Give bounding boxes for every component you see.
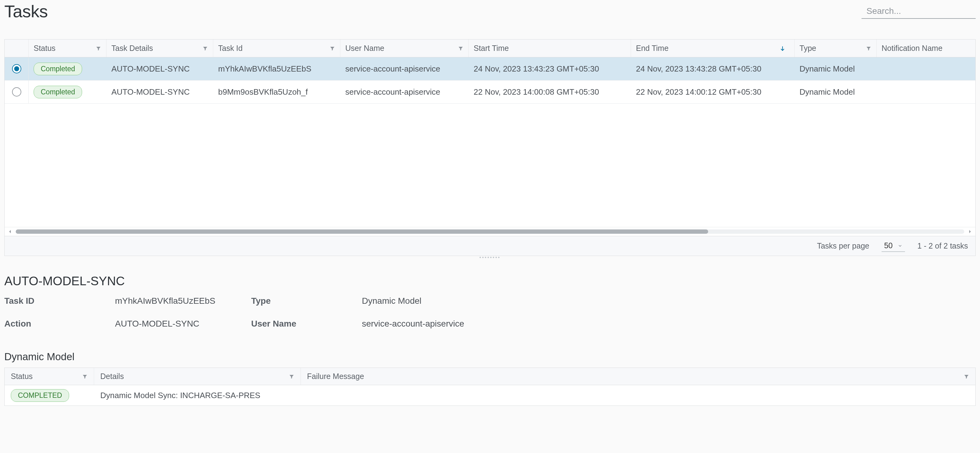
- column-label: Start Time: [474, 44, 626, 53]
- datagrid-footer: Tasks per page 50 1 - 2 of 2 tasks: [5, 236, 975, 256]
- cell-notification: [877, 57, 975, 80]
- detail-title: AUTO-MODEL-SYNC: [4, 274, 976, 288]
- sub-column-header-status[interactable]: Status: [5, 368, 94, 385]
- filter-icon[interactable]: [202, 46, 208, 51]
- scroll-track[interactable]: [16, 229, 964, 234]
- cell-start-time: 22 Nov, 2023 14:00:08 GMT+05:30: [469, 81, 631, 103]
- cell-notification: [877, 81, 975, 103]
- detail-subgrid: Status Details Failure Message COMPLETED…: [4, 367, 976, 406]
- scroll-thumb[interactable]: [16, 229, 708, 234]
- cell-user-name: service-account-apiservice: [340, 81, 469, 103]
- column-label: End Time: [636, 44, 780, 53]
- panel-splitter[interactable]: ••••••••: [4, 256, 976, 259]
- cell-type: Dynamic Model: [795, 81, 877, 103]
- datagrid-body: Completed AUTO-MODEL-SYNC mYhkAIwBVKfla5…: [5, 57, 975, 227]
- filter-icon[interactable]: [289, 374, 294, 379]
- column-header-status[interactable]: Status: [29, 40, 107, 57]
- cell-end-time: 22 Nov, 2023 14:00:12 GMT+05:30: [631, 81, 795, 103]
- column-header-start-time[interactable]: Start Time: [469, 40, 631, 57]
- sub-column-header-details[interactable]: Details: [94, 368, 301, 385]
- tasks-per-page-label: Tasks per page: [817, 242, 870, 250]
- filter-icon[interactable]: [329, 46, 335, 51]
- column-label: User Name: [345, 44, 458, 53]
- cell-user-name: service-account-apiservice: [340, 57, 469, 80]
- status-badge: COMPLETED: [11, 389, 69, 402]
- filter-icon[interactable]: [95, 46, 101, 51]
- cell-end-time: 24 Nov, 2023 13:43:28 GMT+05:30: [631, 57, 795, 80]
- scroll-right-icon[interactable]: [967, 229, 972, 234]
- sub-cell-details: Dynamic Model Sync: INCHARGE-SA-PRES: [94, 385, 301, 405]
- row-radio[interactable]: [12, 87, 21, 97]
- sub-cell-failure: [301, 385, 975, 405]
- kv-value: Dynamic Model: [362, 296, 422, 306]
- column-label: Type: [800, 44, 866, 53]
- tasks-per-page-select[interactable]: 50: [881, 240, 905, 252]
- cell-task-id: b9Mm9osBVKfla5Uzoh_f: [213, 81, 340, 103]
- scroll-left-icon[interactable]: [8, 229, 13, 234]
- kv-task-id: Task ID mYhkAIwBVKfla5UzEEbS: [4, 296, 245, 306]
- status-badge: Completed: [33, 63, 82, 75]
- cell-task-id: mYhkAIwBVKfla5UzEEbS: [213, 57, 340, 80]
- cell-start-time: 24 Nov, 2023 13:43:23 GMT+05:30: [469, 57, 631, 80]
- search-box[interactable]: [862, 4, 976, 19]
- sub-column-header-failure[interactable]: Failure Message: [301, 368, 975, 385]
- column-label: Task Id: [218, 44, 329, 53]
- cell-task-details: AUTO-MODEL-SYNC: [107, 57, 213, 80]
- sort-down-icon[interactable]: [780, 45, 786, 51]
- kv-value: service-account-apiservice: [362, 319, 464, 329]
- tasks-range-text: 1 - 2 of 2 tasks: [917, 242, 968, 250]
- row-radio[interactable]: [12, 64, 21, 73]
- detail-key-values: Task ID mYhkAIwBVKfla5UzEEbS Type Dynami…: [4, 296, 976, 329]
- column-label: Failure Message: [307, 372, 964, 381]
- kv-value: mYhkAIwBVKfla5UzEEbS: [115, 296, 215, 306]
- subgrid-row[interactable]: COMPLETED Dynamic Model Sync: INCHARGE-S…: [5, 385, 975, 405]
- kv-value: AUTO-MODEL-SYNC: [115, 319, 199, 329]
- kv-type: Type Dynamic Model: [251, 296, 492, 306]
- column-header-select: [5, 40, 29, 57]
- column-label: Details: [100, 372, 289, 381]
- filter-icon[interactable]: [458, 46, 463, 51]
- detail-sub-title: Dynamic Model: [4, 351, 976, 362]
- filter-icon[interactable]: [964, 374, 969, 379]
- datagrid-header: Status Task Details Task Id User Name St…: [5, 40, 975, 57]
- column-header-notification-name[interactable]: Notification Name: [877, 40, 975, 57]
- column-header-user-name[interactable]: User Name: [340, 40, 469, 57]
- column-label: Status: [33, 44, 95, 53]
- kv-label: Action: [4, 319, 115, 329]
- filter-icon[interactable]: [82, 374, 88, 379]
- column-label: Task Details: [111, 44, 202, 53]
- tasks-datagrid: Status Task Details Task Id User Name St…: [4, 39, 976, 256]
- horizontal-scrollbar[interactable]: [5, 227, 975, 236]
- column-header-type[interactable]: Type: [795, 40, 877, 57]
- subgrid-header: Status Details Failure Message: [5, 368, 975, 385]
- table-row[interactable]: Completed AUTO-MODEL-SYNC b9Mm9osBVKfla5…: [5, 81, 975, 103]
- cell-type: Dynamic Model: [795, 57, 877, 80]
- column-header-task-details[interactable]: Task Details: [107, 40, 213, 57]
- kv-label: Type: [251, 296, 362, 306]
- chevron-down-icon: [897, 243, 902, 248]
- column-header-end-time[interactable]: End Time: [631, 40, 795, 57]
- kv-action: Action AUTO-MODEL-SYNC: [4, 319, 245, 329]
- column-label: Status: [11, 372, 82, 381]
- column-label: Notification Name: [881, 44, 970, 53]
- page-title: Tasks: [4, 1, 48, 21]
- search-input[interactable]: [866, 6, 978, 16]
- tasks-per-page-value: 50: [884, 241, 892, 250]
- kv-user-name: User Name service-account-apiservice: [251, 319, 492, 329]
- column-header-task-id[interactable]: Task Id: [213, 40, 340, 57]
- kv-label: Task ID: [4, 296, 115, 306]
- kv-label: User Name: [251, 319, 362, 329]
- cell-task-details: AUTO-MODEL-SYNC: [107, 81, 213, 103]
- table-row[interactable]: Completed AUTO-MODEL-SYNC mYhkAIwBVKfla5…: [5, 57, 975, 81]
- status-badge: Completed: [33, 86, 82, 99]
- filter-icon[interactable]: [866, 46, 871, 51]
